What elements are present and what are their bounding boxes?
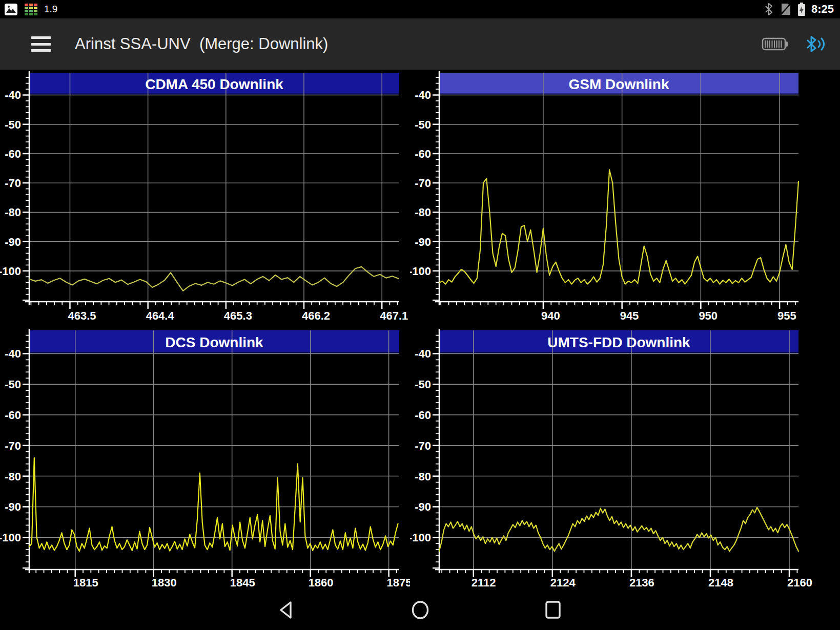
svg-text:-80: -80 <box>415 470 431 483</box>
svg-text:-90: -90 <box>5 500 21 513</box>
screen: 1.9 8:25 Arinst SSA-UNV (Merge: Downlink… <box>0 0 840 630</box>
svg-text:-40: -40 <box>415 347 431 360</box>
hamburger-menu-icon[interactable] <box>31 36 51 52</box>
bluetooth-icon <box>763 3 774 16</box>
no-sim-icon <box>780 3 792 16</box>
svg-text:-50: -50 <box>415 378 431 391</box>
svg-text:-70: -70 <box>415 439 431 452</box>
status-bar-right: 8:25 <box>763 2 834 16</box>
svg-text:-80: -80 <box>415 206 431 219</box>
svg-text:-100: -100 <box>410 265 431 278</box>
svg-text:-80: -80 <box>5 206 21 219</box>
svg-text:-40: -40 <box>5 89 21 101</box>
svg-text:1875: 1875 <box>387 576 410 589</box>
recents-icon <box>542 599 564 621</box>
back-icon <box>276 599 299 621</box>
status-notification-value: 1.9 <box>44 4 57 15</box>
svg-text:-90: -90 <box>415 236 431 248</box>
home-icon <box>409 599 432 621</box>
battery-icon <box>761 35 789 53</box>
svg-text:-80: -80 <box>5 470 21 483</box>
svg-text:2136: 2136 <box>629 576 654 589</box>
chart-dcs-downlink[interactable]: -40-50-60-70-80-90-100181518301845186018… <box>0 317 410 595</box>
svg-text:-40: -40 <box>5 347 21 360</box>
svg-text:-60: -60 <box>5 409 21 422</box>
recents-button[interactable] <box>542 599 564 621</box>
svg-text:2160: 2160 <box>787 576 812 589</box>
svg-text:-60: -60 <box>5 148 21 160</box>
app-bar: Arinst SSA-UNV (Merge: Downlink) <box>0 18 840 70</box>
battery-charging-icon <box>797 2 806 16</box>
svg-text:2112: 2112 <box>472 576 496 589</box>
chart-cdma450-downlink[interactable]: -40-50-60-70-80-90-100463.5464.4465.3466… <box>0 70 410 331</box>
svg-text:-90: -90 <box>415 500 431 513</box>
svg-text:UMTS-FDD Downlink: UMTS-FDD Downlink <box>547 334 690 350</box>
svg-text:CDMA 450 Downlink: CDMA 450 Downlink <box>145 76 283 92</box>
chart-umts-fdd-downlink[interactable]: -40-50-60-70-80-90-100211221242136214821… <box>410 317 820 595</box>
svg-text:-100: -100 <box>410 531 431 544</box>
svg-text:-50: -50 <box>5 378 21 391</box>
svg-text:1815: 1815 <box>73 576 98 589</box>
home-button[interactable] <box>409 599 432 621</box>
svg-text:-40: -40 <box>415 89 431 101</box>
photo-icon <box>4 3 18 16</box>
svg-text:2124: 2124 <box>550 576 576 589</box>
svg-text:-50: -50 <box>415 118 431 131</box>
status-bar[interactable]: 1.9 8:25 <box>0 0 840 18</box>
svg-text:-100: -100 <box>0 265 21 278</box>
svg-text:-70: -70 <box>415 177 431 190</box>
svg-text:-70: -70 <box>5 177 21 190</box>
svg-text:1830: 1830 <box>152 576 177 589</box>
status-time: 8:25 <box>811 3 834 16</box>
svg-text:-60: -60 <box>415 148 431 160</box>
app-bar-right <box>761 35 840 53</box>
svg-text:GSM Downlink: GSM Downlink <box>569 76 669 92</box>
back-button[interactable] <box>276 599 299 621</box>
svg-text:-60: -60 <box>415 409 431 422</box>
chart-gsm-downlink[interactable]: -40-50-60-70-80-90-100940945950955GSM Do… <box>410 70 820 331</box>
svg-text:-90: -90 <box>5 236 21 248</box>
svg-text:-100: -100 <box>0 531 21 544</box>
svg-text:1845: 1845 <box>230 576 255 589</box>
svg-text:-50: -50 <box>5 118 21 131</box>
status-bar-left: 1.9 <box>4 3 57 16</box>
svg-text:2148: 2148 <box>708 576 733 589</box>
app-title: Arinst SSA-UNV (Merge: Downlink) <box>75 35 328 53</box>
svg-text:1860: 1860 <box>309 576 334 589</box>
svg-text:-70: -70 <box>5 439 21 452</box>
nav-bar <box>0 590 840 630</box>
svg-text:DCS Downlink: DCS Downlink <box>165 334 263 350</box>
bluetooth-signal-icon[interactable] <box>802 35 827 53</box>
signal-meter-icon <box>24 3 38 16</box>
